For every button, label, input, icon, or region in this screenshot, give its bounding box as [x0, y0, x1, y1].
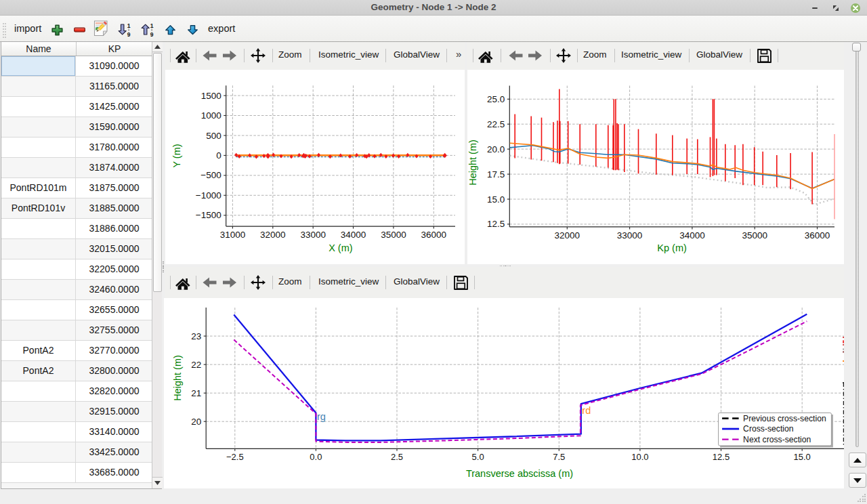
svg-text:12.5: 12.5 [713, 452, 729, 462]
svg-text:21: 21 [191, 388, 201, 398]
svg-text:Height (m): Height (m) [172, 355, 183, 401]
svg-text:0.0: 0.0 [310, 452, 322, 462]
svg-text:35000: 35000 [742, 230, 767, 240]
svg-text:35000: 35000 [381, 230, 406, 240]
svg-text:Y (m): Y (m) [171, 144, 182, 167]
svg-text:22.5: 22.5 [487, 119, 505, 129]
svg-text:20.0: 20.0 [487, 144, 505, 154]
svg-text:31000: 31000 [220, 230, 246, 240]
svg-text:22: 22 [191, 360, 201, 370]
svg-text:36000: 36000 [805, 230, 830, 240]
svg-text:33000: 33000 [617, 230, 643, 240]
svg-text:1: 1 [127, 22, 131, 29]
svg-text:9: 9 [150, 31, 154, 37]
svg-text:rg: rg [317, 411, 326, 422]
svg-text:34000: 34000 [679, 230, 705, 240]
svg-text:15.0: 15.0 [794, 452, 811, 462]
svg-text:20: 20 [191, 417, 201, 427]
svg-text:−1000: −1000 [196, 190, 221, 201]
svg-text:32000: 32000 [260, 230, 286, 240]
svg-text:Height (m): Height (m) [467, 140, 478, 186]
svg-text:17.5: 17.5 [487, 169, 505, 180]
svg-text:32000: 32000 [555, 230, 580, 240]
svg-text:2.5: 2.5 [391, 452, 403, 462]
svg-text:Cross-section: Cross-section [743, 424, 794, 434]
svg-text:500: 500 [206, 131, 221, 141]
svg-text:34000: 34000 [341, 230, 366, 240]
svg-text:1500: 1500 [201, 91, 221, 101]
svg-text:−1500: −1500 [196, 210, 221, 220]
svg-text:0: 0 [216, 150, 221, 161]
svg-text:X (m): X (m) [329, 243, 352, 253]
svg-text:15.0: 15.0 [487, 194, 505, 205]
svg-text:33000: 33000 [300, 230, 326, 240]
svg-text:7.5: 7.5 [553, 452, 565, 462]
svg-text:−2.5: −2.5 [226, 452, 244, 462]
svg-text:1000: 1000 [201, 110, 221, 121]
svg-text:23: 23 [191, 331, 201, 341]
svg-text:12.5: 12.5 [487, 219, 505, 229]
svg-text:5.0: 5.0 [472, 452, 484, 462]
svg-text:25.0: 25.0 [487, 94, 505, 104]
svg-text:9: 9 [127, 31, 131, 37]
svg-text:10.0: 10.0 [631, 452, 648, 462]
svg-text:Transverse abscissa (m): Transverse abscissa (m) [466, 468, 573, 479]
svg-text:rd: rd [582, 405, 591, 416]
svg-text:−500: −500 [200, 170, 221, 180]
svg-text:36000: 36000 [421, 230, 447, 240]
svg-text:1: 1 [150, 22, 154, 29]
svg-text:Next cross-section: Next cross-section [743, 435, 811, 444]
svg-text:Previous cross-section: Previous cross-section [743, 414, 826, 423]
svg-text:Kp (m): Kp (m) [657, 243, 687, 253]
